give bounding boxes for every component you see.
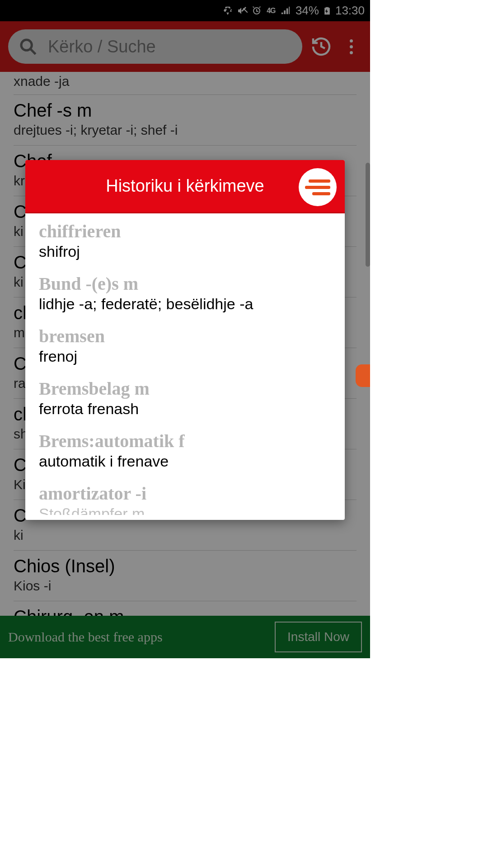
history-translation: Stoßdämpfer m [39, 505, 331, 515]
history-translation: frenoj [39, 348, 331, 365]
search-history-modal: Historiku i kërkimeve chiffrieren shifro… [25, 160, 345, 520]
history-translation: ferrota frenash [39, 400, 331, 418]
history-translation: automatik i frenave [39, 453, 331, 470]
modal-header: Historiku i kërkimeve [25, 160, 345, 213]
history-headword: Bremsbelag m [39, 378, 331, 399]
history-translation: shifroj [39, 243, 331, 260]
history-item[interactable]: amortizator -i Stoßdämpfer m [39, 478, 331, 520]
modal-menu-button[interactable] [299, 168, 337, 206]
history-headword: Bund -(e)s m [39, 273, 331, 294]
history-item[interactable]: Bund -(e)s m lidhje -a; federatë; besëli… [39, 269, 331, 321]
modal-title: Historiku i kërkimeve [106, 176, 264, 196]
history-list[interactable]: chiffrieren shifroj Bund -(e)s m lidhje … [25, 213, 345, 520]
fast-scroll-thumb[interactable] [356, 364, 370, 387]
screen: 4G 34% 13:30 xnade -ja Che [0, 0, 370, 658]
history-item[interactable]: Bremsbelag m ferrota frenash [39, 373, 331, 426]
history-translation: lidhje -a; federatë; besëlidhje -a [39, 295, 331, 313]
history-item[interactable]: chiffrieren shifroj [39, 216, 331, 269]
history-headword: bremsen [39, 326, 331, 347]
history-headword: Brems:automatik f [39, 430, 331, 452]
history-item[interactable]: Brems:automatik f automatik i frenave [39, 426, 331, 478]
menu-lines-icon [312, 192, 330, 195]
history-headword: amortizator -i [39, 483, 331, 504]
menu-lines-icon [305, 186, 330, 189]
history-item[interactable]: bremsen frenoj [39, 321, 331, 373]
history-headword: chiffrieren [39, 221, 331, 242]
menu-lines-icon [309, 179, 330, 183]
